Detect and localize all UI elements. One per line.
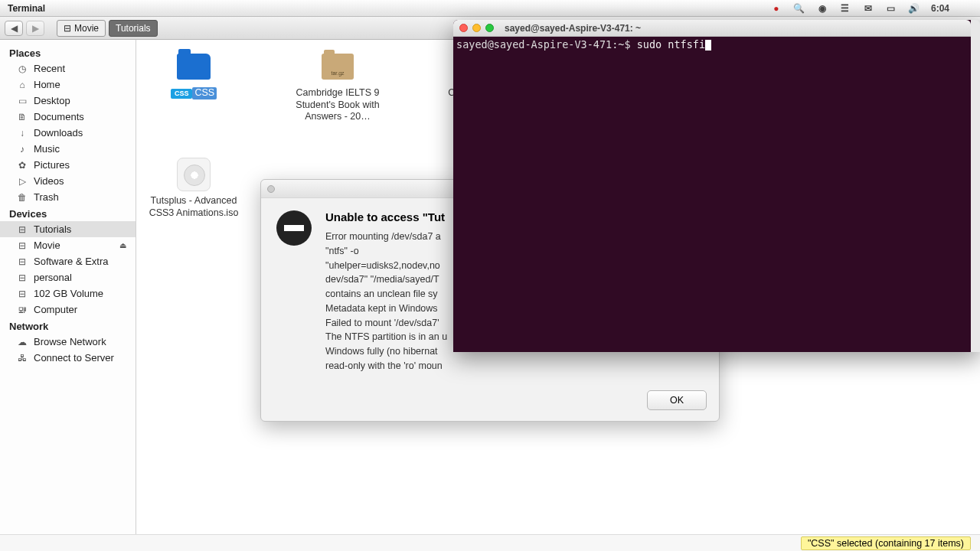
sidebar-item-documents[interactable]: 🗎Documents: [0, 109, 136, 125]
terminal-body[interactable]: sayed@sayed-Aspire-V3-471:~$ sudo ntfsfi: [453, 37, 971, 352]
sidebar-icon: ⊟: [17, 289, 28, 299]
record-icon[interactable]: ●: [770, 2, 782, 15]
terminal-prompt: sayed@sayed-Aspire-V3-471:~$: [456, 38, 637, 51]
sidebar-item-tutorials[interactable]: ⊟Tutorials: [0, 221, 136, 237]
zoom-icon[interactable]: [485, 24, 494, 32]
sidebar-item-home[interactable]: ⌂Home: [0, 77, 136, 93]
sidebar-item-desktop[interactable]: ▭Desktop: [0, 93, 136, 109]
file-name: CSS: [192, 87, 217, 99]
sidebar-icon: ◷: [17, 64, 28, 74]
breadcrumb-tutorials[interactable]: Tutorials: [109, 20, 158, 37]
sidebar-item-recent[interactable]: ◷Recent: [0, 60, 136, 77]
sidebar-icon: 🖳: [17, 305, 28, 315]
error-icon: [276, 210, 312, 246]
sidebar-icon: ⊟: [17, 240, 28, 251]
dialog-heading: Unable to access "Tut: [325, 210, 447, 223]
sidebar-item-connect-to-server[interactable]: 🖧Connect to Server: [0, 350, 136, 366]
volume-icon[interactable]: 🔊: [908, 2, 920, 15]
sidebar: Places ◷Recent⌂Home▭Desktop🗎Documents↓Do…: [0, 40, 136, 534]
sidebar-icon: ⊟: [17, 272, 28, 283]
wifi-icon[interactable]: ◉: [816, 2, 828, 15]
sidebar-icon: 🗑: [17, 192, 28, 203]
minimize-icon[interactable]: [472, 24, 481, 32]
apple-icon[interactable]: [960, 2, 972, 15]
section-network: Network: [0, 318, 136, 334]
terminal-titlebar[interactable]: sayed@sayed-Aspire-V3-471: ~: [453, 20, 971, 37]
sidebar-icon: ✿: [17, 160, 28, 171]
archive-icon: tar.gz: [322, 54, 354, 80]
sidebar-item-movie[interactable]: ⊟Movie⏏: [0, 237, 136, 253]
dialog-close-icon[interactable]: [267, 185, 275, 193]
forward-button[interactable]: ▶: [26, 21, 44, 36]
sidebar-icon: ⊟: [17, 224, 28, 235]
dialog-message: Error mounting /dev/sda7 a "ntfs" -o "uh…: [325, 230, 447, 373]
sidebar-icon: ⊟: [17, 256, 28, 267]
clock[interactable]: 6:04: [931, 3, 949, 14]
sidebar-item-trash[interactable]: 🗑Trash: [0, 189, 136, 205]
sidebar-icon: 🗎: [17, 112, 28, 122]
file-name: Tutsplus - Advanced CSS3 Animations.iso: [144, 195, 243, 219]
sidebar-item-videos[interactable]: ▷Videos: [0, 173, 136, 189]
css-badge: CSS: [171, 89, 193, 99]
sidebar-item-browse-network[interactable]: ☁Browse Network: [0, 334, 136, 350]
eject-icon[interactable]: ⏏: [119, 241, 126, 249]
sidebar-item-pictures[interactable]: ✿Pictures: [0, 157, 136, 173]
sidebar-icon: 🖧: [17, 353, 28, 364]
file-name: Cambridge IELTS 9 Student's Book with An…: [288, 87, 387, 123]
breadcrumb-movie[interactable]: ⊟ Movie: [57, 20, 106, 37]
sidebar-item-computer[interactable]: 🖳Computer: [0, 302, 136, 318]
sidebar-icon: ☁: [17, 337, 28, 347]
sidebar-item-music[interactable]: ♪Music: [0, 141, 136, 157]
mail-icon[interactable]: ✉: [862, 2, 874, 15]
sidebar-icon: ♪: [17, 144, 28, 155]
sidebar-item-software-extra[interactable]: ⊟Software & Extra: [0, 253, 136, 269]
folder-icon: [177, 54, 211, 80]
indicator-icon[interactable]: ☰: [839, 2, 851, 15]
sidebar-icon: ⌂: [17, 80, 28, 90]
search-icon[interactable]: 🔍: [793, 2, 805, 15]
selection-status: "CSS" selected (containing 17 items): [801, 536, 971, 550]
sidebar-item-102-gb-volume[interactable]: ⊟102 GB Volume: [0, 285, 136, 302]
system-menubar: Terminal ● 🔍 ◉ ☰ ✉ ▭ 🔊 6:04: [0, 0, 980, 17]
file-item[interactable]: Tutsplus - Advanced CSS3 Animations.iso: [144, 158, 243, 219]
sidebar-icon: ▭: [17, 96, 28, 106]
video-icon[interactable]: ▭: [885, 2, 897, 15]
file-item[interactable]: tar.gzCambridge IELTS 9 Student's Book w…: [288, 51, 387, 123]
close-icon[interactable]: [459, 24, 468, 32]
terminal-title: sayed@sayed-Aspire-V3-471: ~: [505, 23, 641, 34]
cursor-icon: [705, 40, 711, 51]
status-bar: "CSS" selected (containing 17 items): [0, 534, 980, 551]
drive-icon: ⊟: [64, 23, 71, 34]
sidebar-item-personal[interactable]: ⊟personal: [0, 269, 136, 285]
file-item[interactable]: CSSCSS: [144, 51, 243, 123]
terminal-window: sayed@sayed-Aspire-V3-471: ~ sayed@sayed…: [453, 20, 980, 352]
terminal-command: sudo ntfsfi: [637, 38, 705, 51]
section-places: Places: [0, 44, 136, 60]
back-button[interactable]: ◀: [5, 21, 23, 36]
disc-icon: [177, 158, 211, 191]
sidebar-item-downloads[interactable]: ↓Downloads: [0, 125, 136, 141]
ok-button[interactable]: OK: [647, 390, 707, 410]
sidebar-icon: ↓: [17, 128, 28, 139]
app-name: Terminal: [8, 3, 45, 14]
section-devices: Devices: [0, 205, 136, 221]
sidebar-icon: ▷: [17, 176, 28, 187]
